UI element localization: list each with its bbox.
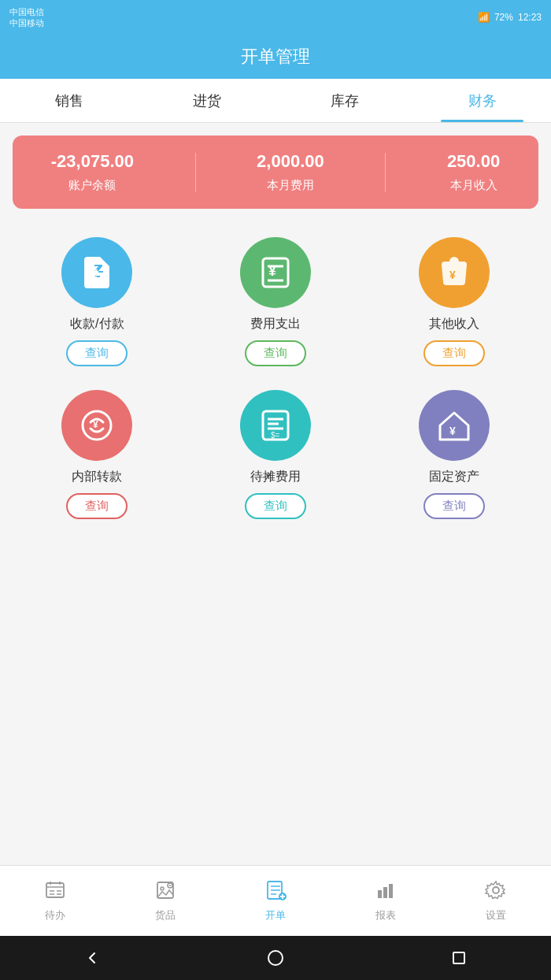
house-yen-icon: ¥ (435, 406, 473, 444)
payment-label: 收款/付款 (70, 316, 124, 332)
payment-icon-circle[interactable]: ¥ (61, 237, 132, 308)
bag-yen-icon: ¥ (435, 254, 473, 291)
transfer-query-button[interactable]: 查询 (66, 493, 128, 519)
receipt-yen-icon: ¥ (78, 254, 116, 291)
balance-item: -23,075.00 账户余额 (51, 151, 134, 193)
balance-label: 账户余额 (68, 178, 116, 193)
monthly-expense-item: 2,000.00 本月费用 (257, 151, 324, 193)
svg-point-23 (161, 887, 164, 890)
other-income-label: 其他收入 (429, 316, 479, 332)
grid-item-pending-cost: $= 待摊费用 查询 (187, 390, 364, 519)
svg-rect-34 (378, 890, 382, 898)
svg-rect-36 (389, 884, 393, 898)
settings-nav-label: 设置 (486, 908, 506, 922)
expense-query-button[interactable]: 查询 (245, 340, 306, 366)
svg-rect-22 (157, 882, 173, 898)
tab-finance[interactable]: 财务 (413, 79, 551, 122)
pending-cost-icon-circle[interactable]: $= (240, 390, 311, 461)
status-right: 📶 72% 12:23 (478, 12, 542, 23)
svg-text:¥: ¥ (93, 419, 98, 430)
grid-item-other-income: ¥ 其他收入 查询 (365, 237, 542, 366)
grid-row-1: ¥ 收款/付款 查询 ¥ 费用支出 查询 (8, 229, 543, 382)
transfer-icon-circle[interactable]: ¥ (61, 390, 132, 461)
svg-rect-39 (453, 952, 464, 963)
pending-nav-label: 待办 (45, 908, 65, 922)
monthly-expense-label: 本月费用 (267, 178, 314, 193)
battery-level: 72% (494, 12, 513, 23)
svg-text:¥: ¥ (91, 268, 98, 281)
svg-rect-14 (46, 883, 64, 897)
recents-button[interactable] (445, 944, 473, 972)
time-display: 12:23 (518, 12, 542, 23)
page-title: 开单管理 (241, 45, 310, 69)
fixed-assets-label: 固定资产 (429, 469, 479, 485)
header: 开单管理 (0, 35, 551, 79)
carrier-info: 中国电信 中国移动 (9, 6, 44, 29)
transfer-yen-icon: ¥ (78, 406, 116, 444)
pending-cost-icon: $= (257, 406, 294, 444)
pending-cost-query-button[interactable]: 查询 (245, 493, 306, 519)
divider-2 (385, 153, 386, 192)
expense-yen-icon: ¥ (257, 254, 294, 291)
nav-item-report[interactable]: 报表 (331, 879, 441, 922)
transfer-label: 内部转款 (72, 469, 122, 485)
monthly-income-label: 本月收入 (450, 178, 497, 193)
divider-1 (195, 153, 196, 192)
svg-point-37 (493, 887, 499, 893)
grid-section: ¥ 收款/付款 查询 ¥ 费用支出 查询 (0, 221, 551, 865)
tab-purchase[interactable]: 进货 (138, 79, 276, 122)
status-bar: 中国电信 中国移动 📶 72% 12:23 (0, 0, 551, 35)
balance-amount: -23,075.00 (51, 151, 134, 172)
expense-icon-circle[interactable]: ¥ (240, 237, 311, 308)
monthly-income-item: 250.00 本月收入 (447, 151, 500, 193)
svg-text:¥: ¥ (449, 425, 456, 437)
payment-query-button[interactable]: 查询 (66, 340, 128, 366)
goods-nav-label: 货品 (155, 908, 176, 922)
fixed-assets-query-button[interactable]: 查询 (423, 493, 485, 519)
summary-card: -23,075.00 账户余额 2,000.00 本月费用 250.00 本月收… (13, 135, 538, 209)
tab-sales[interactable]: 销售 (0, 79, 138, 122)
fixed-assets-icon-circle[interactable]: ¥ (419, 390, 490, 461)
signal-icon: 📶 (478, 12, 490, 23)
other-income-query-button[interactable]: 查询 (423, 340, 485, 366)
settings-nav-icon (485, 879, 507, 904)
android-bar (0, 936, 551, 980)
nav-item-pending[interactable]: 待办 (0, 879, 110, 922)
monthly-expense-amount: 2,000.00 (257, 151, 324, 172)
other-income-icon-circle[interactable]: ¥ (419, 237, 490, 308)
grid-item-transfer: ¥ 内部转款 查询 (9, 390, 185, 519)
pending-cost-label: 待摊费用 (250, 469, 301, 485)
tab-inventory[interactable]: 库存 (276, 79, 413, 122)
order-nav-icon (264, 879, 287, 904)
tab-bar: 销售 进货 库存 财务 (0, 79, 551, 123)
report-nav-icon (375, 879, 397, 904)
expense-label: 费用支出 (250, 316, 301, 332)
grid-row-2: ¥ 内部转款 查询 $= 待摊费用 查询 (8, 382, 543, 535)
svg-text:¥: ¥ (449, 269, 456, 281)
grid-item-payment: ¥ 收款/付款 查询 (9, 237, 185, 366)
report-nav-label: 报表 (375, 908, 396, 922)
bottom-nav: 待办 货品 开单 (0, 865, 551, 936)
nav-item-settings[interactable]: 设置 (441, 879, 551, 922)
order-nav-label: 开单 (265, 908, 286, 922)
nav-item-order[interactable]: 开单 (220, 879, 331, 922)
pending-nav-icon (44, 879, 66, 904)
grid-item-expense: ¥ 费用支出 查询 (187, 237, 364, 366)
nav-item-goods[interactable]: 货品 (110, 879, 220, 922)
monthly-income-amount: 250.00 (447, 151, 500, 172)
grid-item-fixed-assets: ¥ 固定资产 查询 (365, 390, 542, 519)
svg-text:$=: $= (271, 431, 280, 440)
goods-nav-icon (154, 879, 176, 904)
back-button[interactable] (78, 944, 106, 972)
svg-rect-35 (383, 887, 387, 898)
home-button[interactable] (261, 944, 290, 972)
svg-point-38 (268, 951, 283, 965)
